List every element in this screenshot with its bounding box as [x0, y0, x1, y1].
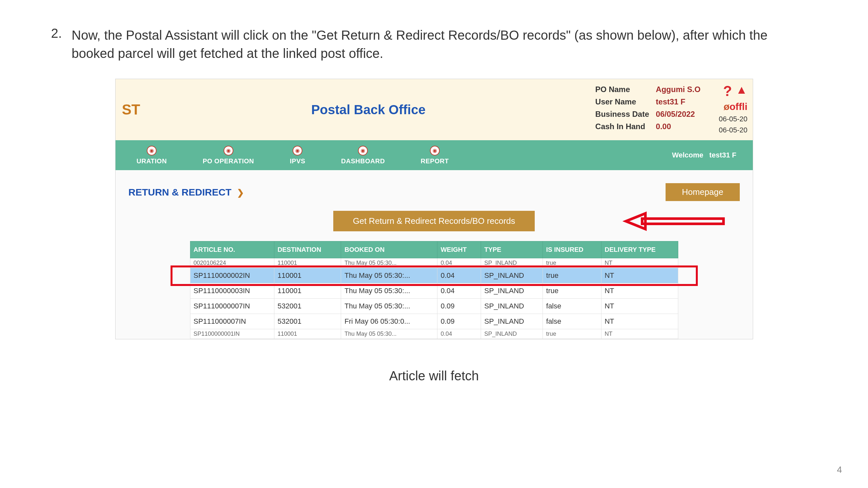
table-cell: NT	[601, 329, 678, 339]
chevron-right-icon: ❯	[237, 188, 244, 197]
table-header-cell: WEIGHT	[437, 241, 481, 258]
nav-label: REPORT	[421, 158, 449, 165]
table-cell: SP_INLAND	[481, 258, 542, 268]
cash-in-hand-label: Cash In Hand	[595, 122, 651, 131]
table-cell: 110001	[274, 329, 341, 339]
table-cell: 532001	[274, 314, 341, 329]
records-table: ARTICLE NO.DESTINATIONBOOKED ONWEIGHTTYP…	[190, 241, 678, 339]
table-cell: true	[543, 258, 601, 268]
table-cell: true	[543, 283, 601, 299]
alert-icon[interactable]: ▲	[736, 83, 748, 99]
table-cell: true	[543, 268, 601, 283]
app-header: ST Postal Back Office PO Name Aggumi S.O…	[116, 79, 753, 140]
nav-label: URATION	[137, 158, 167, 165]
table-cell: Fri May 06 05:30:0...	[341, 314, 437, 329]
section-title-text: RETURN & REDIRECT	[129, 187, 232, 197]
help-icon[interactable]: ?	[723, 83, 732, 99]
app-title: Postal Back Office	[311, 102, 425, 117]
table-header-cell: ARTICLE NO.	[190, 241, 274, 258]
nav-icon: ◉	[224, 146, 234, 156]
cash-in-hand-value: 0.00	[656, 122, 671, 131]
welcome-user: test31 F	[709, 151, 736, 159]
table-cell: 110001	[274, 283, 341, 299]
nav-item-ipvs[interactable]: ◉ IPVS	[272, 146, 323, 165]
nav-item-po-operation[interactable]: ◉ PO OPERATION	[185, 146, 272, 165]
table-header-row: ARTICLE NO.DESTINATIONBOOKED ONWEIGHTTYP…	[190, 241, 678, 258]
table-header-cell: DESTINATION	[274, 241, 341, 258]
annotation-arrow-icon	[623, 212, 727, 231]
table-row[interactable]: SP1110000002IN110001Thu May 05 05:30:...…	[190, 268, 678, 283]
table-cell: 0.04	[437, 329, 481, 339]
nav-label: DASHBOARD	[341, 158, 385, 165]
nav-welcome: Welcome test31 F	[672, 151, 749, 159]
user-name-label: User Name	[595, 97, 651, 106]
table-cell: SP1110000003IN	[190, 283, 274, 299]
table-cell: SP_INLAND	[481, 299, 542, 314]
offli-logo: øoffli	[723, 101, 747, 112]
table-row[interactable]: 0020106224110001Thu May 05 05:30...0.04S…	[190, 258, 678, 268]
table-header-cell: DELIVERY TYPE	[601, 241, 678, 258]
table-cell: Thu May 05 05:30...	[341, 329, 437, 339]
table-cell: false	[543, 314, 601, 329]
table-cell: Thu May 05 05:30:...	[341, 299, 437, 314]
table-cell: SP_INLAND	[481, 329, 542, 339]
table-cell: SP111000007IN	[190, 314, 274, 329]
table-cell: NT	[601, 314, 678, 329]
business-date-value: 06/05/2022	[656, 110, 695, 119]
table-cell: 0.04	[437, 283, 481, 299]
nav-item-uration[interactable]: ◉ URATION	[119, 146, 185, 165]
table-row[interactable]: SP1110000007IN532001Thu May 05 05:30:...…	[190, 299, 678, 314]
table-row[interactable]: SP1110000003IN110001Thu May 05 05:30:...…	[190, 283, 678, 299]
table-cell: 0.09	[437, 299, 481, 314]
nav-icon: ◉	[430, 146, 440, 156]
nav-item-report[interactable]: ◉ REPORT	[403, 146, 467, 165]
table-cell: Thu May 05 05:30...	[341, 258, 437, 268]
records-table-wrap: ARTICLE NO.DESTINATIONBOOKED ONWEIGHTTYP…	[190, 241, 678, 339]
table-header-cell: BOOKED ON	[341, 241, 437, 258]
nav-item-dashboard[interactable]: ◉ DASHBOARD	[323, 146, 403, 165]
table-cell: SP_INLAND	[481, 268, 542, 283]
table-body: 0020106224110001Thu May 05 05:30...0.04S…	[190, 258, 678, 339]
table-row[interactable]: SP1100000001IN110001Thu May 05 05:30...0…	[190, 329, 678, 339]
offli-text: offli	[730, 101, 748, 112]
table-cell: SP_INLAND	[481, 314, 542, 329]
get-return-redirect-button[interactable]: Get Return & Redirect Records/BO records	[333, 211, 535, 231]
instruction-number: 2.	[49, 26, 62, 62]
table-cell: NT	[601, 283, 678, 299]
nav-label: IPVS	[290, 158, 306, 165]
table-header-cell: TYPE	[481, 241, 542, 258]
table-cell: NT	[601, 299, 678, 314]
business-date-label: Business Date	[595, 110, 651, 119]
table-cell: 0.04	[437, 268, 481, 283]
slide-caption: Article will fetch	[49, 368, 819, 383]
header-right-block: ? ▲ øoffli 06-05-20 06-05-20	[713, 79, 752, 140]
table-cell: false	[543, 299, 601, 314]
table-cell: 110001	[274, 258, 341, 268]
instruction-text: Now, the Postal Assistant will click on …	[71, 26, 787, 62]
page-number: 4	[837, 464, 842, 475]
nav-icon: ◉	[292, 146, 302, 156]
header-info-block: PO Name Aggumi S.O User Name test31 F Bu…	[589, 79, 713, 140]
table-cell: Thu May 05 05:30:...	[341, 268, 437, 283]
header-title-wrap: Postal Back Office	[148, 79, 589, 140]
app-screenshot: ST Postal Back Office PO Name Aggumi S.O…	[115, 79, 753, 339]
welcome-prefix: Welcome	[672, 151, 703, 159]
nav-label: PO OPERATION	[203, 158, 254, 165]
nav-icon: ◉	[147, 146, 157, 156]
table-cell: 0.04	[437, 258, 481, 268]
header-date-2: 06-05-20	[719, 126, 747, 134]
main-nav: ◉ URATION ◉ PO OPERATION ◉ IPVS ◉ DASHBO…	[116, 140, 753, 170]
homepage-button[interactable]: Homepage	[665, 183, 739, 201]
po-name-label: PO Name	[595, 85, 651, 94]
header-left-fragment: ST	[116, 79, 148, 140]
instruction-row: 2. Now, the Postal Assistant will click …	[49, 26, 819, 62]
table-cell: NT	[601, 268, 678, 283]
table-cell: 110001	[274, 268, 341, 283]
table-cell: SP1110000007IN	[190, 299, 274, 314]
table-cell: SP1110000002IN	[190, 268, 274, 283]
table-cell: SP_INLAND	[481, 283, 542, 299]
table-cell: true	[543, 329, 601, 339]
table-cell: Thu May 05 05:30:...	[341, 283, 437, 299]
table-row[interactable]: SP111000007IN532001Fri May 06 05:30:0...…	[190, 314, 678, 329]
table-cell: SP1100000001IN	[190, 329, 274, 339]
